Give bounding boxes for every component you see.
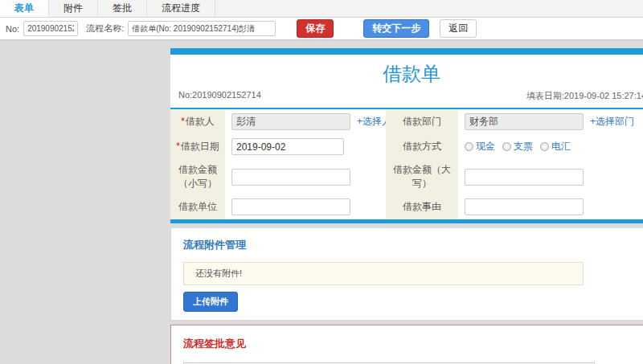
department-cell: +选择部门: [458, 109, 643, 134]
no-attachments-alert: 还没有附件!: [183, 262, 584, 285]
form-grid: *借款人 +选择人员 借款部门 +选择部门 *借款日期: [170, 109, 643, 219]
loan-form-panel: 借款单 No:20190902152714 填表日期:2019-09-02 15…: [170, 48, 643, 223]
borrower-cell: +选择人员: [225, 109, 386, 134]
radio-circle-icon[interactable]: [540, 142, 549, 151]
loan-unit-cell: [225, 194, 386, 219]
save-button[interactable]: 保存: [297, 19, 334, 38]
borrower-input[interactable]: [231, 113, 350, 130]
approval-heading: 流程签批意见: [183, 337, 640, 351]
borrower-label: *借款人: [170, 109, 225, 134]
forward-next-step-button[interactable]: 转交下一步: [363, 19, 429, 38]
loan-reason-input[interactable]: [465, 198, 584, 215]
required-mark: *: [176, 141, 180, 152]
approval-panel: 流程签批意见 B I abc ✎ ∞ ∞ ⚑ ≡ ≡ ⇤ ⇥ ”: [170, 325, 643, 364]
loan-unit-label: 借款单位: [170, 194, 225, 219]
form-title: 借款单: [170, 55, 643, 88]
loan-reason-label: 借款事由: [386, 194, 458, 219]
loan-date-label: *借款日期: [170, 134, 225, 159]
select-department-link[interactable]: +选择部门: [590, 115, 634, 129]
flow-name-input[interactable]: [128, 21, 276, 36]
loan-reason-cell: [458, 194, 643, 219]
amount-uppercase-label: 借款金额（大写）: [386, 159, 458, 194]
panel-top-bar: [170, 48, 643, 55]
panel-bottom-bar: [170, 219, 643, 223]
tab-process-progress[interactable]: 流程进度: [147, 0, 215, 17]
form-no-text: No:20190902152714: [178, 90, 261, 102]
no-label: No:: [6, 24, 19, 34]
amount-lowercase-cell: [225, 159, 386, 194]
amount-uppercase-input[interactable]: [465, 169, 584, 186]
back-button[interactable]: 返回: [440, 19, 477, 38]
radio-check[interactable]: 支票: [502, 140, 533, 153]
department-input[interactable]: [465, 113, 584, 130]
amount-lowercase-input[interactable]: [231, 169, 350, 186]
loan-method-cell: 现金 支票 电汇: [458, 134, 643, 159]
amount-uppercase-cell: [458, 159, 643, 194]
form-meta-row: No:20190902152714 填表日期:2019-09-02 15:27:…: [170, 88, 643, 108]
tab-attachments[interactable]: 附件: [49, 0, 98, 17]
tab-bar: 表单 附件 签批 流程进度: [0, 0, 643, 18]
upload-attachment-button[interactable]: 上传附件: [183, 292, 238, 312]
loan-date-cell: [225, 134, 386, 159]
loan-method-radio-group: 现金 支票 电汇: [465, 140, 571, 153]
content-column: 借款单 No:20190902152714 填表日期:2019-09-02 15…: [170, 48, 643, 364]
amount-lowercase-label: 借款金额（小写）: [170, 159, 225, 194]
page: 表单 附件 签批 流程进度 No: 流程名称: 保存 转交下一步 返回 借款单 …: [0, 0, 643, 364]
flow-name-label: 流程名称:: [86, 22, 124, 35]
form-date-text: 填表日期:2019-09-02 15:27:14: [526, 90, 643, 102]
department-label: 借款部门: [386, 109, 458, 134]
loan-unit-input[interactable]: [231, 198, 350, 215]
attachments-panel: 流程附件管理 还没有附件! 上传附件: [170, 227, 643, 321]
loan-method-label: 借款方式: [386, 134, 458, 159]
radio-circle-icon[interactable]: [465, 142, 473, 151]
tab-form[interactable]: 表单: [0, 0, 49, 17]
radio-wire-transfer[interactable]: 电汇: [540, 140, 571, 153]
radio-circle-icon[interactable]: [502, 142, 511, 151]
tab-approval[interactable]: 签批: [98, 0, 147, 17]
required-mark: *: [181, 116, 185, 127]
no-input[interactable]: [23, 21, 78, 36]
radio-cash[interactable]: 现金: [465, 140, 495, 153]
attachments-heading: 流程附件管理: [183, 238, 640, 252]
toolbar: No: 流程名称: 保存 转交下一步 返回: [0, 18, 643, 40]
loan-date-input[interactable]: [231, 138, 344, 155]
